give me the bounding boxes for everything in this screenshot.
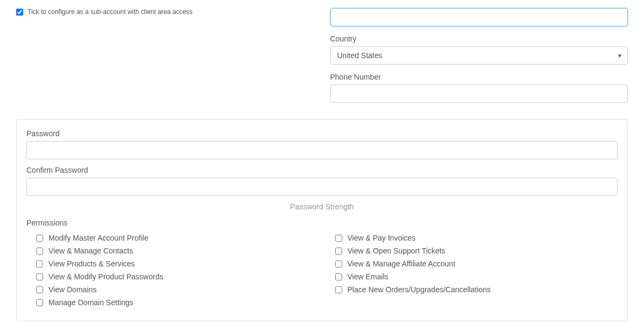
permissions-column-right: View & Pay Invoices View & Open Support …	[335, 234, 618, 311]
perm-view-manage-contacts-checkbox[interactable]	[36, 248, 43, 255]
password-strength-label: Password Strength	[26, 202, 618, 211]
perm-label: View Products & Services	[49, 259, 135, 268]
password-label: Password	[26, 129, 618, 138]
perm-manage-domain-settings-checkbox[interactable]	[36, 299, 43, 306]
permissions-heading: Permissions	[26, 219, 618, 227]
top-text-input[interactable]	[330, 8, 628, 26]
perm-label: View & Open Support Tickets	[348, 246, 446, 255]
subaccount-checkbox-row: Tick to configure as a sub-account with …	[16, 8, 314, 16]
perm-label: View & Pay Invoices	[348, 234, 416, 242]
perm-label: Place New Orders/Upgrades/Cancellations	[348, 285, 491, 294]
permissions-column-left: Modify Master Account Profile View & Man…	[36, 234, 319, 311]
perm-view-modify-product-passwords-checkbox[interactable]	[36, 273, 43, 280]
perm-view-pay-invoices-checkbox[interactable]	[335, 235, 342, 242]
perm-view-domains-checkbox[interactable]	[36, 286, 43, 293]
perm-label: View Emails	[348, 272, 389, 281]
password-input[interactable]	[26, 141, 618, 159]
perm-label: Modify Master Account Profile	[49, 234, 148, 242]
perm-label: View & Manage Contacts	[49, 246, 133, 255]
perm-label: View Domains	[49, 285, 96, 294]
phone-input[interactable]	[330, 84, 628, 103]
perm-label: Manage Domain Settings	[49, 298, 133, 307]
subaccount-checkbox[interactable]	[16, 9, 23, 16]
perm-modify-master-profile-checkbox[interactable]	[36, 235, 43, 242]
perm-view-manage-affiliate-checkbox[interactable]	[335, 260, 342, 267]
confirm-password-input[interactable]	[26, 178, 618, 196]
perm-place-new-orders-checkbox[interactable]	[335, 286, 342, 293]
perm-label: View & Modify Product Passwords	[49, 272, 163, 281]
subaccount-checkbox-label: Tick to configure as a sub-account with …	[27, 8, 192, 16]
country-select[interactable]: United States	[330, 46, 628, 65]
perm-view-open-support-tickets-checkbox[interactable]	[335, 248, 342, 255]
perm-view-products-services-checkbox[interactable]	[36, 260, 43, 267]
phone-label: Phone Number	[330, 73, 628, 81]
password-panel: Password Confirm Password Password Stren…	[16, 119, 628, 321]
confirm-password-label: Confirm Password	[26, 166, 618, 174]
perm-view-emails-checkbox[interactable]	[335, 273, 342, 280]
perm-label: View & Manage Affiliate Account	[348, 259, 455, 268]
country-label: Country	[330, 34, 628, 43]
